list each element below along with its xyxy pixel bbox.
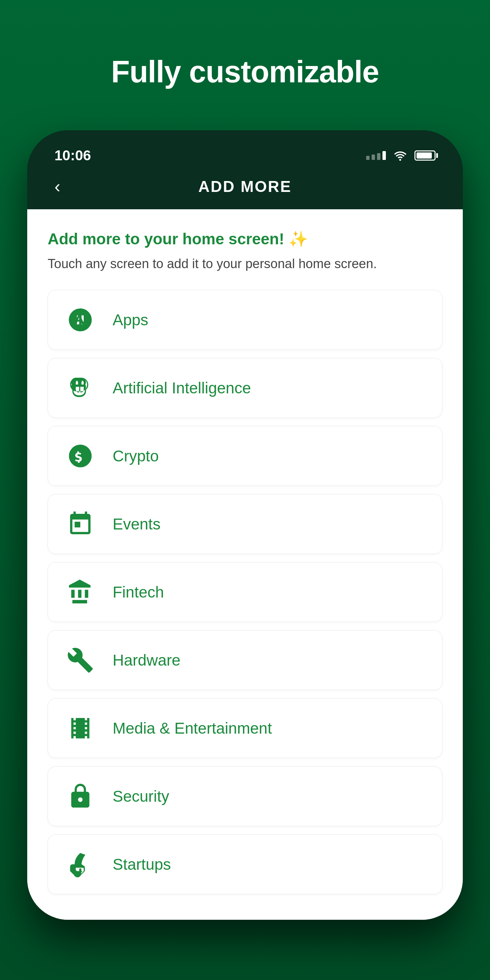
bank-icon — [65, 577, 95, 608]
promo-subtitle: Touch any screen to add it to your perso… — [48, 255, 442, 273]
category-label-ai: Artificial Intelligence — [113, 379, 251, 397]
rocket-icon — [65, 849, 95, 880]
category-list: Apps Artificial Intelligence — [48, 290, 442, 894]
phone-screen: 10:06 ‹ ADD MORE — [27, 130, 463, 920]
category-label-startups: Startups — [113, 855, 171, 873]
battery-icon — [414, 150, 436, 161]
category-item-crypto[interactable]: Crypto — [48, 426, 442, 486]
navigation-bar: ‹ ADD MORE — [27, 170, 463, 209]
wifi-icon — [393, 150, 408, 161]
category-label-fintech: Fintech — [113, 583, 164, 601]
screen-content: Add more to your home screen! ✨ Touch an… — [27, 209, 463, 920]
wrench-icon — [65, 645, 95, 675]
sparkle-icon: ✨ — [288, 230, 308, 248]
category-item-media[interactable]: Media & Entertainment — [48, 698, 442, 758]
category-item-hardware[interactable]: Hardware — [48, 630, 442, 690]
category-label-security: Security — [113, 787, 169, 805]
bitcoin-icon — [65, 441, 95, 471]
category-item-apps[interactable]: Apps — [48, 290, 442, 350]
media-icon — [65, 713, 95, 743]
status-time: 10:06 — [54, 147, 91, 164]
category-label-hardware: Hardware — [113, 651, 180, 669]
promo-title-text: Add more to your home screen! — [48, 230, 288, 248]
category-item-events[interactable]: Events — [48, 494, 442, 554]
page-hero-title: Fully customizable — [111, 54, 379, 89]
calendar-icon — [65, 509, 95, 539]
category-item-ai[interactable]: Artificial Intelligence — [48, 358, 442, 418]
category-label-crypto: Crypto — [113, 447, 159, 465]
category-item-fintech[interactable]: Fintech — [48, 562, 442, 622]
brain-icon — [65, 372, 95, 403]
status-bar: 10:06 — [27, 130, 463, 170]
lock-icon — [65, 781, 95, 811]
category-item-startups[interactable]: Startups — [48, 834, 442, 894]
signal-icon — [366, 151, 386, 160]
back-button[interactable]: ‹ — [54, 176, 60, 197]
promo-title: Add more to your home screen! ✨ — [48, 230, 442, 248]
phone-frame: 10:06 ‹ ADD MORE — [27, 130, 463, 920]
category-label-events: Events — [113, 515, 161, 533]
category-label-apps: Apps — [113, 311, 148, 329]
status-icons — [366, 150, 436, 161]
category-item-security[interactable]: Security — [48, 766, 442, 826]
app-store-icon — [65, 305, 95, 335]
nav-title: ADD MORE — [54, 177, 436, 196]
content-inner: Add more to your home screen! ✨ Touch an… — [27, 209, 463, 920]
category-label-media: Media & Entertainment — [113, 719, 272, 737]
